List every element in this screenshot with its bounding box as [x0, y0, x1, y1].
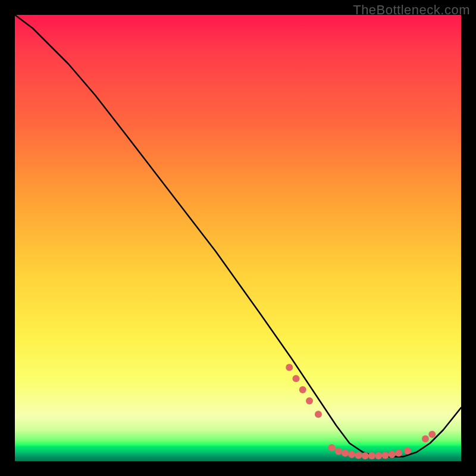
chart-frame: TheBottleneck.com [0, 0, 476, 476]
gradient-background [15, 15, 461, 461]
plot-area [15, 15, 461, 461]
